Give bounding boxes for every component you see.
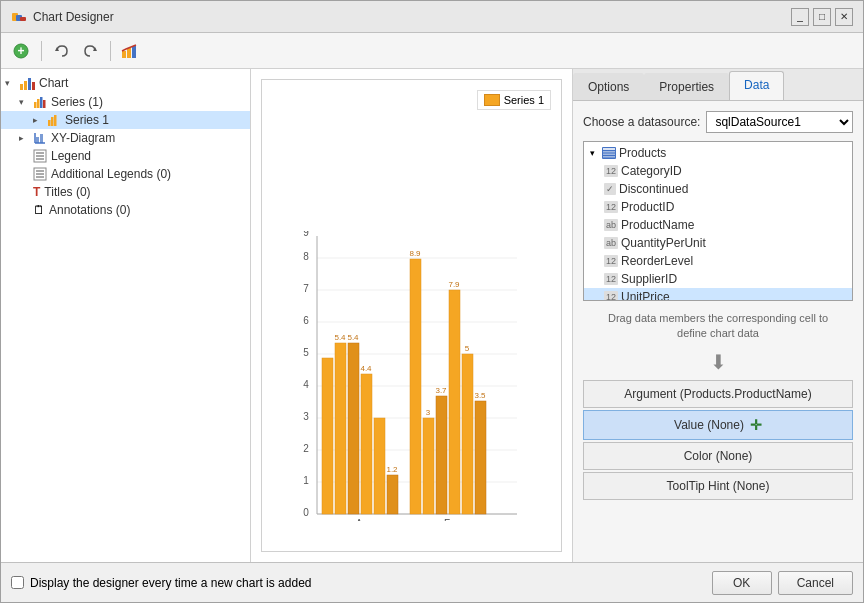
supplierid-label: SupplierID xyxy=(621,272,677,286)
tree-item-annotations[interactable]: 🗒 Annotations (0) xyxy=(1,201,250,219)
data-tree-productid[interactable]: 12 ProductID xyxy=(584,198,852,216)
ok-button[interactable]: OK xyxy=(712,571,772,595)
tree-item-chart-label: Chart xyxy=(39,76,68,90)
svg-text:1.2: 1.2 xyxy=(386,465,398,474)
right-panel: Options Properties Data Choose a datasou… xyxy=(573,69,863,562)
svg-text:6: 6 xyxy=(303,315,309,326)
svg-rect-59 xyxy=(361,374,372,514)
datasource-label: Choose a datasource: xyxy=(583,115,700,129)
data-tree-unitprice[interactable]: 12 UnitPrice xyxy=(584,288,852,301)
window-title: Chart Designer xyxy=(33,10,114,24)
svg-rect-54 xyxy=(322,358,333,514)
tree-item-additional-legends[interactable]: Additional Legends (0) xyxy=(1,165,250,183)
tab-properties[interactable]: Properties xyxy=(644,73,729,100)
svg-rect-10 xyxy=(20,84,23,90)
svg-rect-17 xyxy=(43,100,46,108)
svg-text:+: + xyxy=(17,44,24,58)
add-button[interactable]: + xyxy=(9,39,33,63)
tabs: Options Properties Data xyxy=(573,69,863,101)
tab-options[interactable]: Options xyxy=(573,73,644,100)
svg-rect-75 xyxy=(475,401,486,514)
legend-color-box xyxy=(484,94,500,106)
main-content: ▾ Chart ▾ Series (1) xyxy=(1,69,863,562)
window-icon xyxy=(11,9,27,25)
svg-rect-7 xyxy=(122,51,126,58)
datasource-select[interactable]: sqlDataSource1 xyxy=(706,111,853,133)
tree-item-addlegend-label: Additional Legends (0) xyxy=(51,167,171,181)
chart-type-button[interactable] xyxy=(119,39,143,63)
data-tree-productname[interactable]: ab ProductName xyxy=(584,216,852,234)
toolbar-separator-1 xyxy=(41,41,42,61)
tree-item-titles[interactable]: T Titles (0) xyxy=(1,183,250,201)
productname-type-icon: ab xyxy=(604,219,618,231)
discontinued-label: Discontinued xyxy=(619,182,688,196)
tree-item-legend-label: Legend xyxy=(51,149,91,163)
cancel-button[interactable]: Cancel xyxy=(778,571,853,595)
undo-button[interactable] xyxy=(50,39,74,63)
tree-item-series-group-label: Series (1) xyxy=(51,95,103,109)
data-tree-discontinued[interactable]: ✓ Discontinued xyxy=(584,180,852,198)
bottom-bar: Display the designer every time a new ch… xyxy=(1,562,863,602)
productid-label: ProductID xyxy=(621,200,674,214)
expand-arrow-annotations xyxy=(19,205,33,215)
datasource-row: Choose a datasource: sqlDataSource1 xyxy=(583,111,853,133)
tab-data[interactable]: Data xyxy=(729,71,784,100)
toolbar: + xyxy=(1,33,863,69)
chart-svg: 0 1 2 3 4 5 6 7 8 9 xyxy=(292,231,522,521)
discontinued-type-icon: ✓ xyxy=(604,183,616,195)
designer-checkbox-label[interactable]: Display the designer every time a new ch… xyxy=(30,576,311,590)
close-button[interactable]: ✕ xyxy=(835,8,853,26)
svg-rect-65 xyxy=(410,259,421,514)
expand-arrow-series: ▾ xyxy=(19,97,33,107)
designer-checkbox[interactable] xyxy=(11,576,24,589)
svg-text:3.5: 3.5 xyxy=(474,391,486,400)
tree-item-xy[interactable]: ▸ XY-Diagram xyxy=(1,129,250,147)
title-bar-left: Chart Designer xyxy=(11,9,114,25)
svg-rect-81 xyxy=(603,154,615,156)
svg-text:8: 8 xyxy=(303,251,309,262)
left-panel: ▾ Chart ▾ Series (1) xyxy=(1,69,251,562)
tree-item-series-group[interactable]: ▾ Series (1) xyxy=(1,93,250,111)
svg-rect-8 xyxy=(127,48,131,58)
data-tree-categoryid[interactable]: 12 CategoryID xyxy=(584,162,852,180)
svg-rect-73 xyxy=(462,354,473,514)
svg-rect-15 xyxy=(37,99,40,108)
tree-item-titles-label: Titles (0) xyxy=(44,185,90,199)
series-group-icon xyxy=(33,95,47,109)
data-tree-reorderlevel[interactable]: 12 ReorderLevel xyxy=(584,252,852,270)
svg-text:F: F xyxy=(444,518,450,521)
legend-icon xyxy=(33,149,47,163)
svg-rect-80 xyxy=(603,151,615,153)
drag-hint: Drag data members the corresponding cell… xyxy=(583,309,853,344)
value-add-icon: ✛ xyxy=(750,417,762,433)
color-cell[interactable]: Color (None) xyxy=(583,442,853,470)
tooltip-cell[interactable]: ToolTip Hint (None) xyxy=(583,472,853,500)
products-table-icon xyxy=(602,147,616,159)
unitprice-label: UnitPrice xyxy=(621,290,670,301)
value-cell[interactable]: Value (None) ✛ xyxy=(583,410,853,440)
redo-button[interactable] xyxy=(78,39,102,63)
tree-item-chart[interactable]: ▾ Chart xyxy=(1,73,250,93)
toolbar-separator-2 xyxy=(110,41,111,61)
svg-text:0: 0 xyxy=(303,507,309,518)
svg-text:7.9: 7.9 xyxy=(448,280,460,289)
svg-rect-57 xyxy=(348,343,359,514)
svg-text:1: 1 xyxy=(303,475,309,486)
data-tree-qtyperunit[interactable]: ab QuantityPerUnit xyxy=(584,234,852,252)
svg-rect-69 xyxy=(436,396,447,514)
data-tree-supplierid[interactable]: 12 SupplierID xyxy=(584,270,852,288)
tree-item-legend[interactable]: Legend xyxy=(1,147,250,165)
chart-container: Series 1 0 1 2 3 4 5 6 7 8 9 xyxy=(261,79,562,552)
chart-tree-icon xyxy=(19,75,35,91)
data-tree-products[interactable]: ▾ Products xyxy=(584,144,852,162)
add-icon: + xyxy=(13,43,29,59)
chart-panel: Series 1 0 1 2 3 4 5 6 7 8 9 xyxy=(251,69,573,562)
minimize-button[interactable]: ⎯ xyxy=(791,8,809,26)
checkbox-row: Display the designer every time a new ch… xyxy=(11,576,311,590)
chart-legend: Series 1 xyxy=(477,90,551,110)
svg-rect-12 xyxy=(28,78,31,90)
svg-rect-61 xyxy=(374,418,385,514)
maximize-button[interactable]: □ xyxy=(813,8,831,26)
tree-item-series1[interactable]: ▸ Series 1 xyxy=(1,111,250,129)
argument-cell[interactable]: Argument (Products.ProductName) xyxy=(583,380,853,408)
